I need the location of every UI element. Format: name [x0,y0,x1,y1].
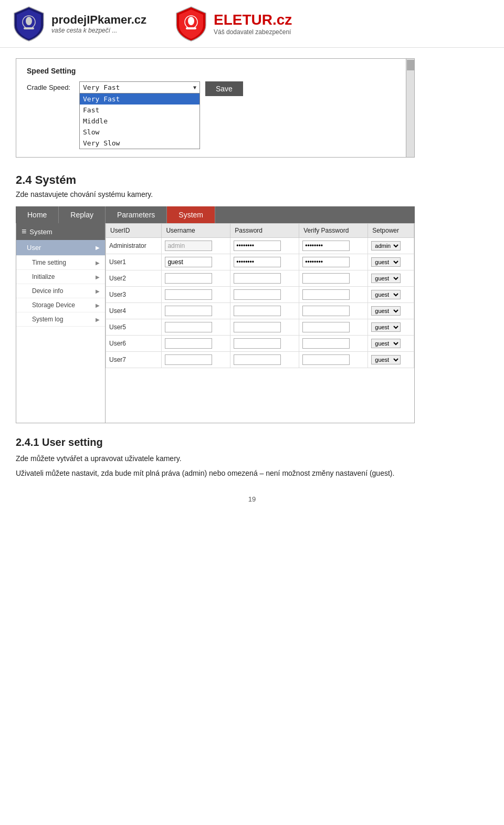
nav-parameters[interactable]: Parameters [106,206,167,223]
table-row: User3 adminguest [106,287,414,303]
username-input-administrator[interactable] [165,241,212,251]
username-input-user1[interactable] [165,257,212,267]
username-user2[interactable] [162,270,230,287]
password-input-user1[interactable] [234,257,281,267]
sidebar-item-initialize[interactable]: Initialize ▶ [16,270,105,284]
scrollbar-thumb[interactable] [407,60,414,70]
password-input-user6[interactable] [234,338,281,349]
username-user6[interactable] [162,336,230,352]
setpower-select-user2[interactable]: adminguest [371,274,401,283]
password-input-user3[interactable] [234,289,281,300]
verify-administrator[interactable] [299,238,368,254]
speed-dropdown-list[interactable]: Very Fast Fast Middle Slow Very Slow [79,93,200,149]
userid-user4: User4 [106,303,162,319]
verify-input-user5[interactable] [302,322,350,332]
password-administrator[interactable] [230,238,299,254]
password-user6[interactable] [230,336,299,352]
verify-input-user3[interactable] [302,289,350,300]
cradle-speed-row: Cradle Speed: Very Fast ▼ Very Fast Fast… [27,81,404,149]
username-user3[interactable] [162,287,230,303]
setpower-administrator[interactable]: adminguest [368,238,414,254]
username-user1[interactable] [162,254,230,270]
main-content: ≡ System User ▶ Time setting ▶ Initializ… [16,223,415,423]
setpower-user6[interactable]: adminguest [368,336,414,352]
username-user5[interactable] [162,319,230,336]
username-input-user2[interactable] [165,273,212,284]
dropdown-item-very-slow[interactable]: Very Slow [80,138,200,149]
verify-user3[interactable] [299,287,368,303]
password-input-user2[interactable] [234,273,281,284]
save-button[interactable]: Save [205,81,243,96]
setpower-user5[interactable]: adminguest [368,319,414,336]
svg-rect-2 [24,27,34,29]
verify-user4[interactable] [299,303,368,319]
logo-text-left: prodejIPkamer.cz vaše cesta k bezpečí ..… [51,13,146,34]
nav-home[interactable]: Home [16,206,59,223]
dropdown-item-slow[interactable]: Slow [80,127,200,138]
setpower-user3[interactable]: adminguest [368,287,414,303]
table-row: User5 adminguest [106,319,414,336]
sidebar-arrow-storage: ▶ [96,302,100,308]
scrollbar[interactable] [406,59,414,157]
verify-user5[interactable] [299,319,368,336]
setpower-select-user4[interactable]: adminguest [371,306,401,316]
password-input-user5[interactable] [234,322,281,332]
svg-point-1 [26,17,32,25]
username-user7[interactable] [162,352,230,368]
svg-rect-5 [186,27,196,29]
verify-user7[interactable] [299,352,368,368]
username-input-user5[interactable] [165,322,212,332]
verify-input-user4[interactable] [302,306,350,316]
setpower-select-user1[interactable]: adminguest [371,257,401,267]
setpower-user2[interactable]: adminguest [368,270,414,287]
username-input-user6[interactable] [165,338,212,349]
verify-input-user1[interactable] [302,257,350,267]
setpower-select-user5[interactable]: adminguest [371,322,401,332]
nav-replay[interactable]: Replay [59,206,106,223]
verify-user6[interactable] [299,336,368,352]
password-input-administrator[interactable] [234,241,281,251]
username-input-user7[interactable] [165,354,212,365]
verify-user1[interactable] [299,254,368,270]
speed-dropdown-container: Very Fast ▼ Very Fast Fast Middle Slow V… [79,81,200,149]
user-table: UserID Username Password Verify Password… [106,223,414,368]
setpower-user1[interactable]: adminguest [368,254,414,270]
setpower-select-user3[interactable]: adminguest [371,290,401,299]
password-user1[interactable] [230,254,299,270]
user-table-area: UserID Username Password Verify Password… [106,223,414,423]
password-user7[interactable] [230,352,299,368]
verify-input-user2[interactable] [302,273,350,284]
shield-icon-right [173,5,209,42]
sidebar: ≡ System User ▶ Time setting ▶ Initializ… [16,223,106,423]
sidebar-item-time-setting[interactable]: Time setting ▶ [16,256,105,270]
password-user5[interactable] [230,319,299,336]
username-input-user3[interactable] [165,289,212,300]
password-user2[interactable] [230,270,299,287]
setpower-user7[interactable]: adminguest [368,352,414,368]
verify-input-administrator[interactable] [302,241,350,251]
dropdown-item-middle[interactable]: Middle [80,116,200,127]
sidebar-item-user[interactable]: User ▶ [16,240,105,256]
sidebar-item-system-log[interactable]: System log ▶ [16,312,105,327]
sidebar-header-label: System [29,228,52,236]
dropdown-item-very-fast[interactable]: Very Fast [80,93,200,105]
verify-input-user7[interactable] [302,354,350,365]
sidebar-item-device-info[interactable]: Device info ▶ [16,284,105,298]
password-input-user4[interactable] [234,306,281,316]
username-input-user4[interactable] [165,306,212,316]
setpower-select-user6[interactable]: adminguest [371,339,401,348]
dropdown-item-fast[interactable]: Fast [80,105,200,116]
nav-system[interactable]: System [167,206,215,223]
password-user3[interactable] [230,287,299,303]
verify-input-user6[interactable] [302,338,350,349]
speed-dropdown-header[interactable]: Very Fast ▼ [79,81,200,93]
username-user4[interactable] [162,303,230,319]
password-user4[interactable] [230,303,299,319]
sidebar-item-storage-device[interactable]: Storage Device ▶ [16,298,105,312]
password-input-user7[interactable] [234,354,281,365]
setpower-select-administrator[interactable]: adminguest [371,241,401,250]
setpower-select-user7[interactable]: adminguest [371,355,401,364]
verify-user2[interactable] [299,270,368,287]
setpower-user4[interactable]: adminguest [368,303,414,319]
username-administrator[interactable] [162,238,230,254]
